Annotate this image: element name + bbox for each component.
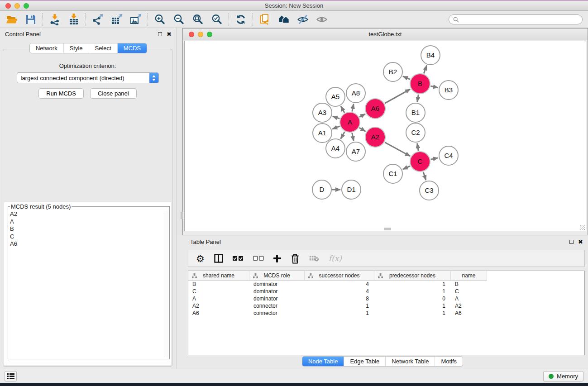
network-node-A3[interactable]: A3: [313, 103, 332, 122]
network-edge-C-C2[interactable]: [417, 143, 419, 151]
show-column-icon[interactable]: [214, 254, 223, 263]
refresh-layout-icon[interactable]: [234, 13, 247, 26]
table-cell[interactable]: A: [188, 295, 249, 302]
network-node-A1[interactable]: A1: [313, 124, 332, 143]
table-cell[interactable]: dominator: [249, 281, 305, 287]
task-history-button[interactable]: [5, 371, 17, 381]
mcds-result-item[interactable]: C: [10, 233, 163, 241]
control-panel-close-icon[interactable]: ✖: [167, 31, 172, 37]
table-cell[interactable]: C: [451, 288, 487, 295]
add-column-icon[interactable]: [273, 255, 281, 262]
close-panel-button[interactable]: Close panel: [90, 88, 137, 99]
network-edge-B-B1[interactable]: [417, 95, 419, 102]
network-window-zoom-button[interactable]: [207, 32, 212, 37]
table-cell[interactable]: A6: [188, 310, 249, 316]
table-row[interactable]: A6connector11A6: [188, 310, 584, 317]
network-node-A4[interactable]: A4: [326, 139, 345, 158]
table-cell[interactable]: 8: [305, 295, 374, 302]
tab-network-table[interactable]: Network Table: [385, 357, 435, 366]
column-header-successor-nodes[interactable]: successor nodes: [305, 271, 374, 281]
table-cell[interactable]: connector: [249, 303, 305, 309]
criterion-dropdown[interactable]: largest connected component (directed): [17, 72, 159, 83]
table-row[interactable]: Bdominator41B: [188, 281, 584, 288]
network-node-D[interactable]: D: [312, 180, 331, 199]
network-edge-C-C3[interactable]: [423, 172, 426, 180]
network-node-C2[interactable]: C2: [406, 123, 425, 142]
column-header-name[interactable]: name: [451, 271, 487, 281]
export-table-icon[interactable]: [110, 13, 123, 26]
search-field[interactable]: [449, 14, 583, 24]
tab-select[interactable]: Select: [89, 43, 117, 53]
table-cell[interactable]: 1: [305, 310, 374, 316]
network-node-B2[interactable]: B2: [383, 62, 402, 81]
network-edge-A-A1[interactable]: [332, 126, 339, 129]
network-edge-A2-C[interactable]: [385, 142, 410, 156]
network-node-A7[interactable]: A7: [346, 142, 365, 161]
table-row[interactable]: Adominator80A: [188, 295, 584, 302]
table-cell[interactable]: B: [451, 281, 487, 287]
first-neighbors-icon[interactable]: [277, 13, 290, 26]
network-node-C1[interactable]: C1: [383, 164, 402, 183]
network-window-close-button[interactable]: [189, 32, 194, 37]
network-edge-C-C1[interactable]: [403, 166, 410, 169]
save-session-icon[interactable]: [24, 13, 37, 26]
zoom-fit-icon[interactable]: [191, 13, 204, 26]
table-cell[interactable]: dominator: [249, 295, 305, 302]
table-cell[interactable]: 1: [374, 303, 451, 309]
network-window-resize-handle[interactable]: [580, 225, 585, 230]
network-node-C3[interactable]: C3: [420, 181, 439, 200]
table-cell[interactable]: B: [188, 281, 249, 287]
mcds-result-item[interactable]: A: [10, 218, 163, 226]
tab-motifs[interactable]: Motifs: [435, 357, 463, 366]
column-header-mcds-role[interactable]: MCDS role: [249, 271, 305, 281]
network-edge-B-B3[interactable]: [430, 86, 438, 88]
run-mcds-button[interactable]: Run MCDS: [38, 88, 84, 99]
network-edge-A-A7[interactable]: [352, 133, 354, 141]
table-settings-gear-icon[interactable]: ⚙: [196, 254, 205, 263]
network-window-minimize-button[interactable]: [198, 32, 203, 37]
network-node-D1[interactable]: D1: [342, 180, 361, 199]
network-node-B1[interactable]: B1: [406, 103, 425, 122]
network-node-A8[interactable]: A8: [346, 84, 365, 103]
table-row[interactable]: A2connector11A2: [188, 302, 584, 310]
table-cell[interactable]: A: [451, 295, 487, 302]
network-node-C[interactable]: C: [410, 152, 430, 172]
tab-network[interactable]: Network: [30, 43, 63, 53]
export-network-icon[interactable]: [91, 13, 104, 26]
table-cell[interactable]: A6: [451, 310, 487, 316]
table-cell[interactable]: connector: [249, 310, 305, 316]
window-close-button[interactable]: [5, 3, 11, 9]
column-header-shared-name[interactable]: shared name: [188, 271, 249, 281]
table-cell[interactable]: dominator: [249, 288, 305, 295]
table-cell[interactable]: A2: [451, 303, 487, 309]
delete-column-trash-icon[interactable]: [291, 253, 300, 264]
network-edge-A-A3[interactable]: [333, 116, 340, 119]
table-cell[interactable]: A2: [188, 303, 249, 309]
network-edge-A6-B[interactable]: [385, 89, 410, 103]
table-cell[interactable]: C: [188, 288, 249, 295]
tab-mcds[interactable]: MCDS: [117, 43, 147, 53]
deselect-all-icon[interactable]: [253, 256, 264, 261]
table-cell[interactable]: 1: [374, 288, 451, 295]
network-hscrollbar-thumb[interactable]: [384, 228, 391, 230]
table-cell[interactable]: 4: [305, 281, 374, 287]
network-edge-A-A4[interactable]: [341, 132, 345, 139]
table-cell[interactable]: 1: [374, 281, 451, 287]
window-minimize-button[interactable]: [14, 3, 20, 9]
result-scrollbar[interactable]: [164, 211, 168, 357]
import-table-icon[interactable]: [67, 13, 80, 26]
mcds-result-item[interactable]: B: [10, 225, 163, 233]
search-input[interactable]: [462, 16, 578, 23]
zoom-out-icon[interactable]: [172, 13, 185, 26]
table-cell[interactable]: 0: [374, 295, 451, 302]
select-all-icon[interactable]: [233, 256, 244, 261]
table-panel-float-icon[interactable]: [569, 240, 574, 244]
table-cell[interactable]: 1: [305, 303, 374, 309]
network-node-B3[interactable]: B3: [439, 81, 458, 100]
network-edge-A-A2[interactable]: [359, 128, 366, 131]
network-edge-C-C4[interactable]: [431, 158, 438, 159]
zoom-in-icon[interactable]: [153, 13, 166, 26]
zoom-selected-icon[interactable]: [210, 13, 223, 26]
network-node-A5[interactable]: A5: [326, 87, 345, 106]
export-image-icon[interactable]: [129, 13, 142, 26]
